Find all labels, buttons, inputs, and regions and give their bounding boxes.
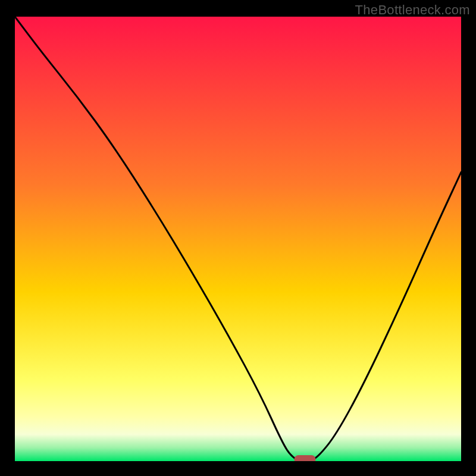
bottleneck-plot-svg [15,17,461,461]
optimal-marker [295,455,316,461]
chart-frame: TheBottleneck.com [0,0,476,476]
bottleneck-plot [15,17,461,461]
gradient-background [15,17,461,461]
watermark-text: TheBottleneck.com [355,2,470,18]
